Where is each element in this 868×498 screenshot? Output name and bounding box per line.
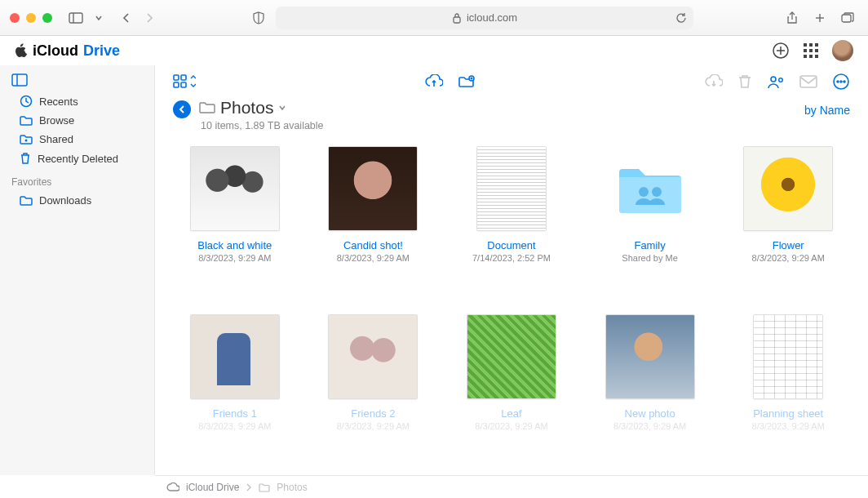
- share-icon[interactable]: [782, 9, 803, 27]
- file-item[interactable]: Candid shot!8/3/2023, 9:29 AM: [308, 146, 439, 301]
- folder-title-text: Photos: [220, 98, 273, 118]
- back-button[interactable]: [173, 100, 191, 118]
- file-item[interactable]: Flower8/3/2023, 9:29 AM: [723, 146, 853, 301]
- trash-icon: [20, 152, 31, 165]
- sidebar-item-label: Browse: [39, 114, 74, 127]
- sidebar-item-label: Recently Deleted: [38, 153, 118, 165]
- file-meta: 8/3/2023, 9:29 AM: [337, 421, 410, 431]
- share-file-button[interactable]: [767, 73, 785, 90]
- minimize-window-button[interactable]: [26, 13, 36, 23]
- ellipsis-circle-icon: [832, 73, 850, 91]
- more-options-button[interactable]: [832, 73, 850, 91]
- maximize-window-button[interactable]: [42, 13, 52, 23]
- svg-point-22: [25, 139, 28, 141]
- email-button[interactable]: [799, 75, 817, 88]
- sidebar-item-label: Recents: [39, 96, 78, 108]
- svg-point-40: [844, 81, 845, 82]
- nav-forward-button[interactable]: [139, 9, 160, 27]
- chevron-right-icon: [246, 483, 252, 491]
- breadcrumb: iCloud Drive Photos: [155, 475, 868, 498]
- folder-icon: [20, 115, 33, 127]
- svg-point-42: [652, 187, 662, 197]
- sidebar-item-browse[interactable]: Browse: [0, 111, 154, 130]
- svg-rect-25: [174, 82, 179, 87]
- file-thumbnail: [743, 146, 833, 231]
- shield-icon[interactable]: [248, 9, 269, 27]
- breadcrumb-leaf[interactable]: Photos: [277, 482, 307, 493]
- file-thumbnail: [753, 314, 823, 399]
- create-button[interactable]: [772, 42, 790, 60]
- file-item[interactable]: Friends 28/3/2023, 9:29 AM: [308, 314, 439, 469]
- file-name: Document: [487, 239, 535, 251]
- apple-logo-icon: [15, 43, 28, 58]
- file-meta: 8/3/2023, 9:29 AM: [752, 253, 825, 263]
- svg-rect-12: [815, 43, 818, 47]
- svg-rect-13: [804, 49, 807, 52]
- file-item[interactable]: FamilyShared by Me: [585, 146, 715, 301]
- file-name: Black and white: [197, 239, 272, 251]
- reload-icon[interactable]: [675, 12, 687, 24]
- svg-rect-17: [809, 55, 813, 58]
- nav-back-button[interactable]: [116, 9, 137, 27]
- download-button[interactable]: [705, 74, 723, 89]
- file-item[interactable]: Planning sheet8/3/2023, 9:29 AM: [723, 314, 853, 469]
- brand-suffix: Drive: [83, 42, 120, 60]
- sidebar-item-downloads[interactable]: Downloads: [0, 191, 154, 210]
- folder-icon: [259, 482, 270, 492]
- file-meta: 8/3/2023, 9:29 AM: [613, 421, 686, 431]
- sidebar-item-label: Downloads: [39, 194, 91, 207]
- sidebar-item-shared[interactable]: Shared: [0, 130, 154, 149]
- mail-icon: [799, 75, 817, 88]
- grid-view-icon: [173, 74, 196, 89]
- trash-icon: [737, 73, 752, 90]
- window-controls: [10, 13, 52, 23]
- sidebar-item-recently-deleted[interactable]: Recently Deleted: [0, 149, 154, 168]
- folder-icon: [20, 195, 33, 207]
- content-area: Photos by Name 10 items, 1.89 TB availab…: [155, 65, 868, 475]
- tabs-overview-icon[interactable]: [837, 9, 858, 27]
- file-name: Friends 2: [351, 407, 395, 420]
- browser-chrome: icloud.com: [0, 0, 868, 36]
- svg-rect-11: [809, 43, 813, 47]
- sidebar-toggle-icon[interactable]: [65, 9, 86, 27]
- svg-rect-23: [174, 75, 179, 80]
- close-window-button[interactable]: [10, 13, 20, 23]
- file-thumbnail: [605, 314, 695, 399]
- view-options-button[interactable]: [173, 74, 196, 89]
- svg-rect-19: [12, 74, 27, 86]
- new-tab-icon[interactable]: [809, 9, 830, 27]
- svg-rect-24: [181, 75, 186, 80]
- file-item[interactable]: Black and white8/3/2023, 9:29 AM: [170, 146, 300, 301]
- file-thumbnail: [328, 146, 418, 231]
- folder-icon: [199, 101, 215, 114]
- new-folder-button[interactable]: [458, 74, 476, 89]
- file-name: Candid shot!: [343, 239, 403, 251]
- svg-rect-26: [181, 82, 186, 87]
- sidebar-collapse-button[interactable]: [0, 70, 154, 91]
- file-item[interactable]: Document7/14/2023, 2:52 PM: [446, 146, 577, 301]
- upload-button[interactable]: [425, 74, 443, 89]
- sidebar-favorites-header: Favorites: [0, 168, 154, 191]
- folder-title[interactable]: Photos: [199, 98, 286, 118]
- file-meta: 7/14/2023, 2:52 PM: [472, 253, 551, 263]
- file-thumbnail: [190, 314, 280, 399]
- app-launcher-button[interactable]: [803, 42, 819, 59]
- svg-rect-36: [800, 76, 817, 87]
- file-item[interactable]: Friends 18/3/2023, 9:29 AM: [170, 314, 300, 469]
- file-meta: Shared by Me: [622, 253, 677, 263]
- chevron-down-icon: [278, 104, 286, 112]
- brand[interactable]: iCloud Drive: [15, 42, 120, 60]
- chevron-left-icon: [177, 104, 187, 114]
- sidebar-item-recents[interactable]: Recents: [0, 91, 154, 111]
- sidebar-icon: [11, 73, 28, 87]
- address-bar[interactable]: icloud.com: [276, 7, 693, 29]
- file-item[interactable]: New photo8/3/2023, 9:29 AM: [585, 314, 715, 469]
- file-meta: 8/3/2023, 9:29 AM: [198, 253, 271, 263]
- chevron-down-icon[interactable]: [88, 9, 109, 27]
- file-item[interactable]: Leaf8/3/2023, 9:29 AM: [446, 314, 577, 469]
- sort-button[interactable]: by Name: [804, 104, 850, 117]
- breadcrumb-root[interactable]: iCloud Drive: [186, 482, 239, 493]
- account-avatar[interactable]: [832, 40, 853, 61]
- delete-button[interactable]: [737, 73, 752, 90]
- svg-rect-16: [804, 55, 807, 58]
